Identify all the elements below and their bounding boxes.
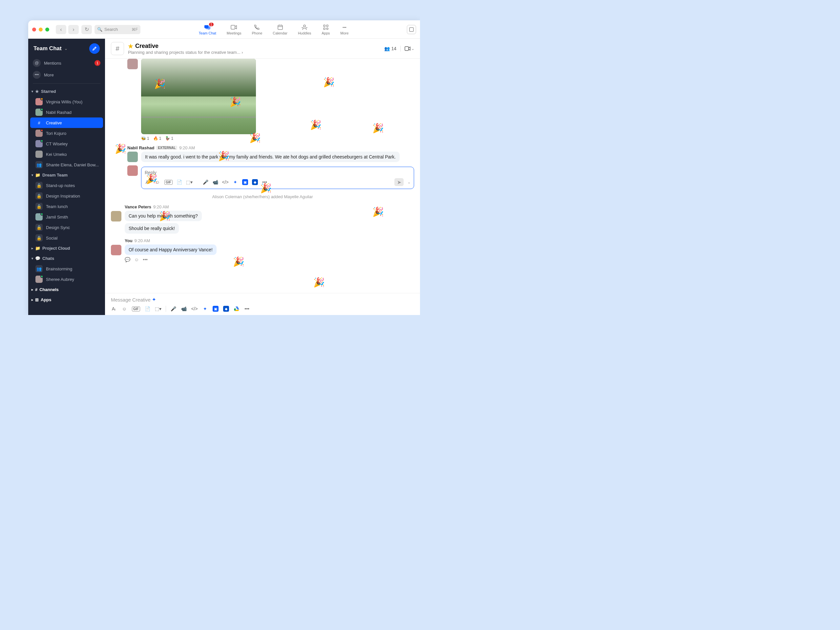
chevron-down-icon[interactable]: ⌄ — [407, 180, 411, 185]
sidebar-item-team-lunch[interactable]: 🔒Team lunch — [28, 201, 105, 212]
nav-huddles[interactable]: Huddles — [298, 24, 311, 35]
section-dreamteam[interactable]: ▾ 📁 Dream Team — [28, 170, 105, 180]
content: # ★Creative Planning and sharing project… — [105, 39, 420, 315]
profile-button[interactable] — [407, 25, 416, 34]
section-apps[interactable]: ▸ ⊞ Apps — [28, 295, 105, 305]
gif-button[interactable]: GIF — [164, 180, 172, 185]
section-starred[interactable]: ▾ ★ Starred — [28, 86, 105, 96]
sidebar-item-design-sync[interactable]: 🔒Design Sync — [28, 222, 105, 233]
audio-icon[interactable]: 🎤 — [171, 306, 177, 312]
reactions: 🐝1 🔥1 🦆1 — [141, 136, 256, 141]
titlebar: ‹ › ↻ 🔍 Search ⌘F 1 Team Chat Meetings — [28, 21, 420, 39]
video-call-button[interactable]: ⌄ — [404, 46, 414, 51]
drive-icon[interactable] — [234, 306, 240, 312]
compose-button[interactable] — [89, 43, 100, 54]
svg-rect-5 — [324, 28, 325, 30]
more-icon[interactable]: ••• — [244, 306, 250, 312]
channel-info[interactable]: ★Creative Planning and sharing projects … — [128, 43, 380, 55]
chevron-right-icon: ▸ — [32, 288, 33, 291]
nav-phone[interactable]: Phone — [252, 24, 262, 35]
sidebar-item-ct[interactable]: CT Wiseley — [28, 139, 105, 149]
react-icon[interactable]: ☺ — [134, 257, 139, 262]
reply-input[interactable]: Aᵢ ☺ GIF 📄 ⬚▾ 🎤 📹 </> ✦ ▣ ◆ — [141, 167, 414, 189]
search-placeholder: Search — [104, 27, 118, 32]
file-icon[interactable]: 📄 — [177, 179, 182, 185]
message-bubble[interactable]: Should be really quick! — [125, 223, 179, 234]
message-author: Vance Peters — [125, 204, 151, 209]
calendar-icon — [277, 24, 284, 30]
members-button[interactable]: 👥 14 — [384, 46, 396, 51]
message: Vance Peters 9:20 AM Can you help me wit… — [111, 204, 414, 234]
screenshot-icon[interactable]: ⬚▾ — [155, 306, 161, 312]
emoji-icon[interactable]: ☺ — [155, 179, 161, 185]
sidebar-item-creative[interactable]: #Creative — [30, 117, 103, 128]
screenshot-icon[interactable]: ⬚▾ — [186, 179, 192, 185]
nav-team-chat[interactable]: 1 Team Chat — [199, 24, 216, 35]
sidebar-item-kei[interactable]: Kei Umeko — [28, 149, 105, 159]
section-channels[interactable]: ▸ # Channels — [28, 284, 105, 295]
message-actions: 💬 ☺ ••• — [125, 257, 414, 262]
history-button[interactable]: ↻ — [81, 25, 92, 34]
format-icon[interactable]: Aᵢ — [111, 306, 117, 312]
composer-input[interactable]: Message Creative ✦ — [111, 297, 414, 303]
message-time: 9:20 AM — [179, 145, 195, 150]
messages[interactable]: 🎉 🎉 🎉 🎉 🎉 🎉 🎉 🎉 🎉 🎉 🎉 🎉 🎉 🎉 — [105, 59, 420, 293]
sidebar-item-jamil[interactable]: Jamil Smith — [28, 212, 105, 222]
nav-meetings[interactable]: Meetings — [227, 24, 242, 35]
code-icon[interactable]: </> — [192, 306, 197, 312]
code-icon[interactable]: </> — [223, 179, 228, 185]
minimize-window[interactable] — [39, 28, 43, 32]
nav-more[interactable]: ••• More — [340, 24, 349, 35]
jira-icon[interactable]: ◆ — [252, 179, 258, 185]
chevron-down-icon: ⌄ — [64, 46, 68, 51]
sidebar-item-sheree[interactable]: Sheree Aubrey — [28, 274, 105, 284]
send-button[interactable]: ➤ — [395, 178, 404, 186]
reaction[interactable]: 🦆1 — [165, 136, 173, 141]
reply-icon[interactable]: 💬 — [125, 257, 130, 262]
sidebar-item-social[interactable]: 🔒Social — [28, 233, 105, 243]
chevron-down-icon: ▾ — [32, 173, 33, 177]
section-chats[interactable]: ▾ 💬 Chats — [28, 253, 105, 264]
zoom-app-icon[interactable]: ▣ — [213, 306, 218, 312]
reply-field[interactable] — [145, 170, 411, 175]
video-icon[interactable]: 📹 — [181, 306, 187, 312]
jira-icon[interactable]: ◆ — [223, 306, 229, 312]
sparkle-icon[interactable]: ✦ — [232, 179, 238, 185]
message-bubble[interactable]: Of course and Happy Anniversary Vance! — [125, 245, 216, 255]
section-projectcloud[interactable]: ▸ 📁 Project Cloud — [28, 243, 105, 253]
close-window[interactable] — [32, 28, 36, 32]
nav-badge: 1 — [209, 23, 214, 26]
maximize-window[interactable] — [45, 28, 49, 32]
avatar — [111, 211, 122, 221]
nav-calendar[interactable]: Calendar — [273, 24, 287, 35]
sidebar-title[interactable]: Team Chat ⌄ — [33, 45, 68, 52]
sidebar-item-nabil[interactable]: Nabil Rashad — [28, 107, 105, 117]
reaction[interactable]: 🔥1 — [153, 136, 161, 141]
image-attachment[interactable] — [141, 59, 256, 134]
reaction[interactable]: 🐝1 — [141, 136, 149, 141]
sidebar-item-standup[interactable]: 🔒Stand-up notes — [28, 180, 105, 191]
back-button[interactable]: ‹ — [56, 25, 66, 34]
audio-icon[interactable]: 🎤 — [203, 179, 209, 185]
forward-button[interactable]: › — [68, 25, 79, 34]
sidebar-item-brainstorming[interactable]: 👥Brainstorming — [28, 264, 105, 274]
format-icon[interactable]: Aᵢ — [145, 179, 151, 185]
more-icon[interactable]: ••• — [143, 257, 148, 262]
more-icon[interactable]: ••• — [262, 179, 268, 185]
nav-apps[interactable]: Apps — [322, 24, 330, 35]
gif-button[interactable]: GIF — [132, 306, 140, 311]
search-input[interactable]: 🔍 Search ⌘F — [95, 25, 141, 34]
message-bubble[interactable]: Can you help me with something? — [125, 211, 202, 221]
zoom-app-icon[interactable]: ▣ — [242, 179, 248, 185]
sidebar-more[interactable]: ••• More — [28, 69, 105, 81]
sidebar-item-tori[interactable]: Tori Kojuro — [28, 128, 105, 139]
emoji-icon[interactable]: ☺ — [122, 306, 127, 312]
sidebar-mentions[interactable]: @ Mentions 1 — [28, 57, 105, 69]
sparkle-icon[interactable]: ✦ — [202, 306, 208, 312]
sidebar-item-virginia[interactable]: Virginia Willis (You) — [28, 96, 105, 107]
video-icon[interactable]: 📹 — [213, 179, 218, 185]
sidebar-item-design-insp[interactable]: 🔒Design Inspiration — [28, 191, 105, 201]
sidebar-item-group[interactable]: 👥Shante Elena, Daniel Bow... — [28, 159, 105, 170]
file-icon[interactable]: 📄 — [145, 306, 151, 312]
message-bubble[interactable]: It was really good. i went to the park w… — [141, 152, 399, 162]
